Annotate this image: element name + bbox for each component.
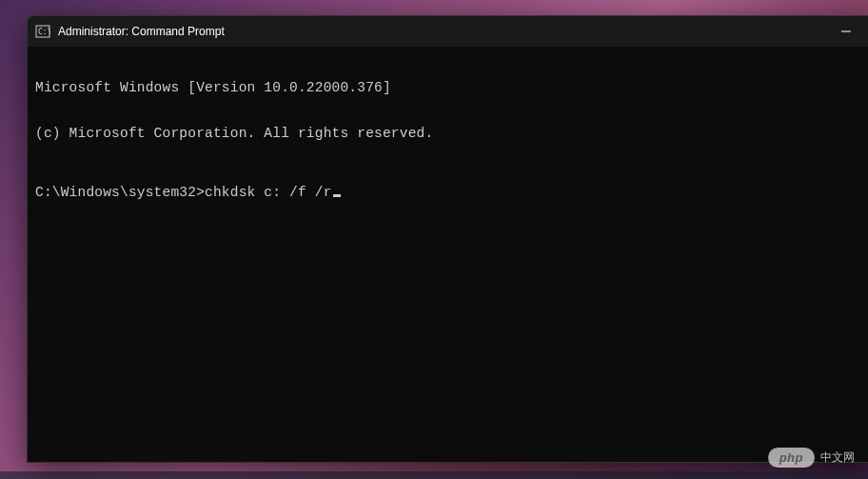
typed-command: chkdsk c: /f /r [205, 185, 332, 200]
watermark: php 中文网 [768, 448, 855, 468]
version-line: Microsoft Windows [Version 10.0.22000.37… [35, 81, 860, 96]
svg-text:C:\: C:\ [38, 28, 50, 36]
command-prompt-window: C:\ Administrator: Command Prompt Micros… [27, 15, 868, 463]
window-title: Administrator: Command Prompt [58, 25, 824, 38]
watermark-badge: php [768, 448, 815, 468]
terminal-output[interactable]: Microsoft Windows [Version 10.0.22000.37… [28, 47, 868, 462]
minimize-button[interactable] [824, 16, 868, 47]
taskbar[interactable] [0, 471, 868, 479]
window-controls [824, 16, 868, 47]
text-cursor [333, 194, 341, 197]
cmd-icon: C:\ [35, 24, 50, 39]
minimize-icon [841, 27, 851, 36]
prompt-path: C:\Windows\system32> [35, 185, 205, 200]
prompt-line: C:\Windows\system32>chkdsk c: /f /r [35, 186, 860, 201]
copyright-line: (c) Microsoft Corporation. All rights re… [35, 127, 860, 142]
watermark-text: 中文网 [820, 449, 855, 466]
titlebar[interactable]: C:\ Administrator: Command Prompt [28, 16, 868, 47]
